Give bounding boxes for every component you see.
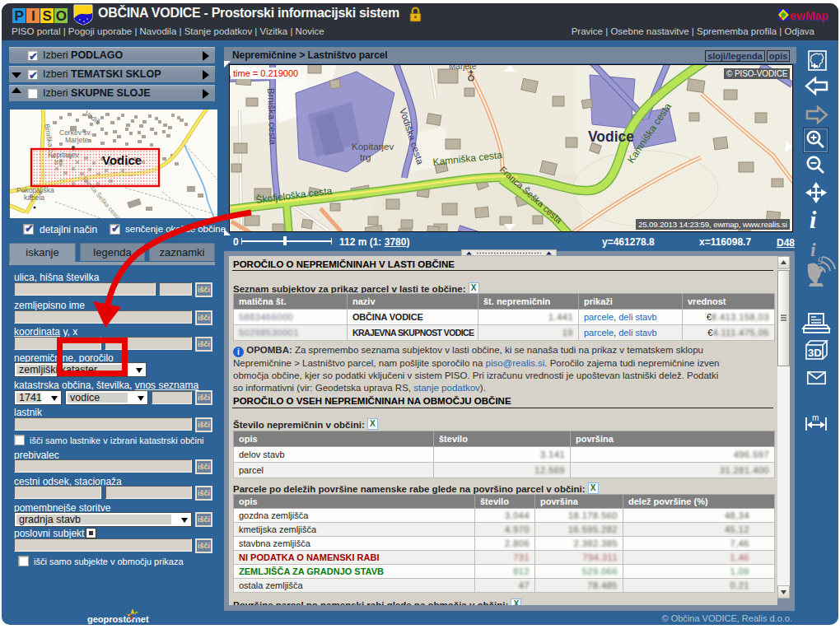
svg-text:Marjete: Marjete [449,65,477,71]
svg-text:3D: 3D [808,347,822,359]
svg-text:Brniška cesta: Brniška cesta [266,88,278,146]
svg-text:m: m [812,413,819,422]
svg-text:trg: trg [360,152,371,162]
svg-text:Vodice: Vodice [102,153,142,167]
svg-text:i: i [810,239,816,260]
svg-text:Vodice: Vodice [588,128,634,145]
svg-text:Kopitarjev: Kopitarjev [352,142,394,151]
svg-text:i: i [810,206,817,233]
svg-text:trg: trg [54,158,63,166]
svg-text:Marjete: Marjete [65,136,89,144]
svg-text:kapela: kapela [24,193,44,202]
